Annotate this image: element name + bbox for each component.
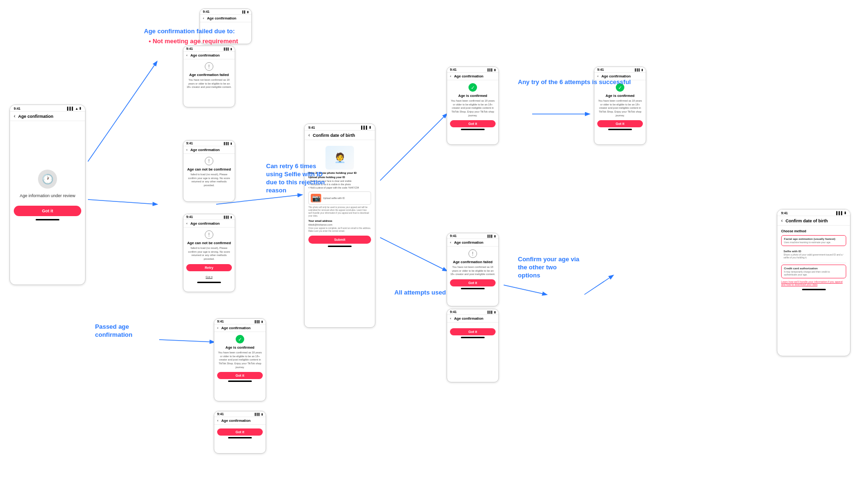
upload-disclaimer: This photo will only be used to process … — [308, 206, 371, 217]
annotation-confirm-other: Confirm your age viathe other twooptions — [518, 256, 579, 280]
got-it-button[interactable]: Got it — [450, 328, 496, 335]
method-credit-title: Credit card authorization — [784, 267, 843, 270]
email-section: Your email address tiktok@tivitance.com … — [308, 219, 371, 233]
signal-icon: ▌▌▌ — [224, 48, 229, 50]
cannot-confirm-2-phone: 9:41 ▌▌▌▮ ‹ Age confirmation ! Age can n… — [183, 214, 235, 292]
nav-title: Age confirmation — [191, 53, 220, 57]
acb-header: 9:41 ▌▌▌▮ — [214, 319, 266, 324]
submit-button[interactable]: Submit — [308, 236, 371, 244]
battery-icon: ▮ — [641, 68, 643, 71]
cm-nav: ‹ Confirm date of birth — [777, 216, 850, 226]
home-indicator — [197, 282, 221, 283]
battery-icon: ▮ — [494, 311, 496, 314]
back-arrow-icon[interactable]: ‹ — [597, 74, 599, 78]
can-retry-text: Can retry 6 timesusing Selfie with IDdue… — [266, 162, 325, 195]
main-phone-header: 9:41 ▌▌▌ ▲ ▮ — [10, 105, 85, 112]
got-it-button[interactable]: Got it — [597, 120, 643, 127]
bottom-center-phone: 9:41 ▌▌▌▮ ‹ Age confirmation Got it — [214, 411, 266, 454]
back-arrow-icon[interactable]: ‹ — [186, 53, 188, 57]
acbr-nav: ‹ Age confirmation — [447, 315, 498, 323]
back-arrow-icon[interactable]: ‹ — [308, 133, 310, 138]
back-arrow-icon[interactable]: ‹ — [781, 218, 783, 223]
back-arrow-icon[interactable]: ‹ — [450, 240, 451, 245]
choose-method-phone: 9:41 ▌▌▌▮ ‹ Confirm date of birth Choose… — [777, 209, 850, 356]
acr-header: 9:41 ▌▌▌▮ — [447, 67, 498, 73]
failed-top-nav: ‹ Age confirmation — [183, 52, 235, 59]
main-phone-body: 🕐 Age information under review Got it — [10, 121, 85, 268]
main-phone: 9:41 ▌▌▌ ▲ ▮ ‹ Age confirmation 🕐 Age in… — [10, 105, 86, 285]
home-indicator — [228, 380, 252, 382]
email-label: Your email address — [308, 219, 371, 222]
signal-icon: ▌▌▌ — [635, 68, 640, 71]
cc1-header: 9:41 ▌▌▌▮ — [183, 141, 235, 146]
acfr-header: 9:41 ▌▌▌▮ — [594, 67, 646, 73]
got-it-button[interactable]: Got it — [217, 372, 263, 379]
got-it-button[interactable]: Got it — [14, 206, 81, 216]
home-indicator — [328, 246, 352, 247]
age-confirmed-bottom-right-phone: 9:41 ▌▌▌▮ ‹ Age confirmation Got it — [447, 309, 499, 382]
exclamation-icon: ! — [205, 230, 213, 239]
got-it-button[interactable]: Got it — [450, 120, 496, 127]
battery-icon: ▮ — [230, 142, 232, 145]
method-facial-desc: Uses machine learning to estimate your a… — [784, 241, 843, 244]
signal-icon: ▌▌▌ — [487, 311, 493, 314]
back-arrow-icon[interactable]: ‹ — [450, 316, 451, 321]
back-arrow-icon[interactable]: ‹ — [14, 114, 15, 119]
age-confirmed-bottom-phone: 9:41 ▌▌▌▮ ‹ Age confirmation ✓ Age is co… — [214, 318, 266, 401]
main-phone-nav: ‹ Age confirmation — [10, 112, 85, 121]
acfr-body: ✓ Age is confirmed You have been confirm… — [594, 80, 646, 133]
method-selfie-option[interactable]: Selfie with ID Share a photo of your val… — [781, 248, 846, 261]
cc2-body: ! Age can not be confirmed failed to loa… — [183, 228, 235, 286]
failed-bottom-mid-phone: 9:41 ▌▌▌▮ ‹ Age confirmation ! Age confi… — [447, 233, 499, 306]
cc2-nav: ‹ Age confirmation — [183, 220, 235, 228]
back-arrow-icon[interactable]: ‹ — [217, 418, 219, 423]
battery-icon: ▮ — [230, 48, 232, 50]
method-credit-option[interactable]: Credit card authorization It may tempora… — [781, 265, 846, 278]
signal-icon: ▌▌▌ — [361, 126, 368, 129]
email-helper: Once your appeal is complete, we'll send… — [308, 227, 371, 233]
signal-icon: ▌▌▌ — [255, 413, 260, 416]
acr-body: ✓ Age is confirmed You have been confirm… — [447, 80, 498, 133]
retry-button[interactable]: Retry — [186, 264, 232, 271]
back-arrow-icon[interactable]: ‹ — [186, 221, 188, 226]
main-phone-icons: ▌▌▌ ▲ ▮ — [67, 106, 81, 110]
home-indicator — [228, 437, 252, 438]
back-arrow-icon[interactable]: ‹ — [203, 16, 204, 20]
battery-icon: ▮ — [494, 235, 496, 238]
got-it-button[interactable]: Got it — [450, 279, 496, 286]
dob-body: 🧑‍💼 Step 2: Show photo holding your ID U… — [305, 140, 375, 251]
failed-top-phone: 9:41 ▌▌▌▮ ‹ Age confirmation ! Age confi… — [183, 46, 235, 107]
back-arrow-icon[interactable]: ‹ — [450, 74, 451, 78]
cannot-confirm-1-phone: 9:41 ▌▌▌▮ ‹ Age confirmation ! Age can n… — [183, 140, 235, 202]
top-center-nav: ‹ Age confirmation — [200, 15, 251, 22]
divider — [781, 263, 846, 263]
cc2-header: 9:41 ▌▌▌▮ — [183, 214, 235, 220]
acbr-body: Got it — [447, 323, 498, 341]
method-selfie-title: Selfie with ID — [784, 250, 843, 253]
cc1-body: ! Age can not be confirmed failed to loa… — [183, 154, 235, 190]
annotation-not-meeting: • Not meeting age requirement — [144, 38, 238, 46]
method-credit-desc: It may temporarily charge and then credi… — [784, 270, 843, 276]
failed-heading: Age confirmation failed — [186, 73, 232, 77]
got-it-button[interactable]: Got it — [186, 276, 232, 278]
svg-line-1 — [88, 200, 157, 204]
battery-icon: ▮ — [247, 10, 248, 13]
age-confirmed-right-phone: 9:41 ▌▌▌▮ ‹ Age confirmation ✓ Age is co… — [447, 67, 499, 145]
signal-icon: ▌▌▌ — [255, 320, 260, 323]
cm-body: Choose method Facial age estimation (usu… — [777, 226, 850, 294]
method-facial-option[interactable]: Facial age estimation (usually fastest) … — [781, 235, 846, 246]
fbm-body: ! Age confirmation failed You have not b… — [447, 247, 498, 292]
home-indicator — [461, 337, 485, 338]
top-center-nav-title: Age confirmation — [207, 16, 237, 20]
back-arrow-icon[interactable]: ‹ — [217, 326, 219, 330]
privacy-link[interactable]: Learn how we'll handle your information … — [781, 280, 846, 286]
confirm-dob-phone: 9:41 ▌▌▌▮ ‹ Confirm date of birth 🧑‍💼 St… — [304, 124, 375, 328]
signal-icon: ▌▌▌ — [224, 216, 229, 219]
any-try-text: Any try of the 6 attempts is successful — [518, 78, 631, 86]
got-it-button[interactable]: Got it — [217, 428, 263, 436]
svg-line-4 — [380, 238, 447, 271]
signal-icon: ▌▌▌ — [487, 235, 493, 238]
check-icon: ✓ — [236, 335, 244, 343]
back-arrow-icon[interactable]: ‹ — [186, 148, 188, 152]
acb-body: ✓ Age is confirmed You have been confirm… — [214, 332, 266, 385]
